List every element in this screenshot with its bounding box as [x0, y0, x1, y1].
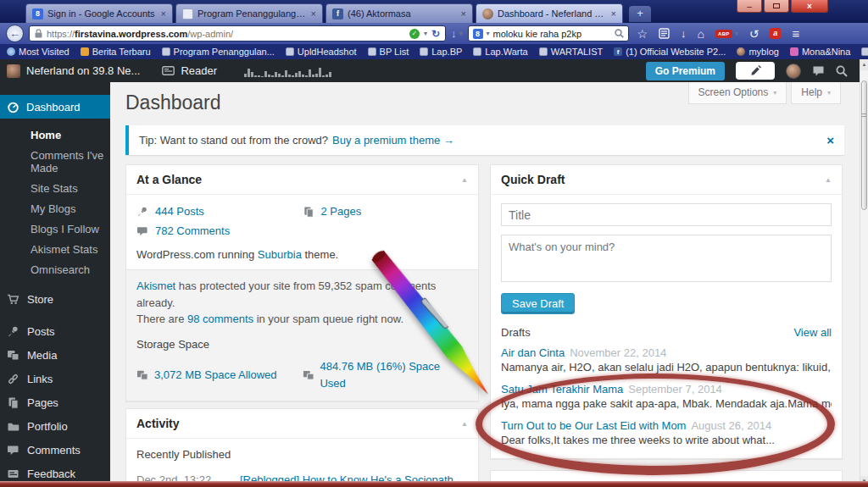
- search-icon[interactable]: [836, 65, 848, 77]
- collapse-icon[interactable]: ▲: [461, 176, 468, 184]
- sidebar-item-comments[interactable]: Comments: [0, 438, 110, 462]
- bookmark-program[interactable]: Program Penanggulan...: [162, 47, 275, 57]
- user-avatar[interactable]: [786, 64, 801, 79]
- sync-icon[interactable]: ↺: [749, 27, 760, 41]
- akismet-link[interactable]: Akismet: [136, 279, 175, 292]
- sidebar-item-my-blogs[interactable]: My Blogs: [0, 198, 110, 219]
- bookmarks-panel-icon[interactable]: [659, 28, 670, 39]
- bookmark-wartalist[interactable]: WARTALIST: [539, 47, 604, 57]
- draft-link[interactable]: Air dan Cinta: [501, 346, 565, 359]
- reload-icon[interactable]: ↻: [431, 28, 440, 40]
- sidebar-item-store[interactable]: Store: [0, 287, 110, 311]
- media-icon: [7, 349, 19, 362]
- bookmark-star-icon[interactable]: ☆: [637, 27, 648, 41]
- tab-program-penanggulangan[interactable]: Program Penanggulangan Ke... ×: [175, 3, 323, 23]
- bookmark-upldheadshot[interactable]: UpldHeadshot: [286, 47, 357, 57]
- scroll-up-icon[interactable]: ▲: [860, 59, 868, 70]
- pages-count-link[interactable]: 2 Pages: [321, 205, 362, 218]
- space-used-link[interactable]: 484.76 MB (16%) Space Used: [320, 358, 468, 391]
- sidebar-item-blogs-i-follow[interactable]: Blogs I Follow: [0, 219, 110, 239]
- my-sites-menu[interactable]: Neferland on 39.8 Ne...: [26, 64, 140, 77]
- sidebar-item-media[interactable]: Media: [0, 343, 110, 367]
- dismiss-tip-icon[interactable]: ×: [826, 133, 834, 147]
- close-button[interactable]: ×: [791, 0, 828, 13]
- go-premium-button[interactable]: Go Premium: [646, 62, 725, 80]
- sidebar-item-omnisearch[interactable]: Omnisearch: [0, 259, 110, 279]
- screen-options-button[interactable]: Screen Options ▾: [688, 82, 787, 104]
- bookmark-lap-warta[interactable]: Lap.Warta: [473, 47, 527, 57]
- bookmark-mona-nina[interactable]: Mona&Nina: [790, 47, 850, 57]
- view-all-drafts-link[interactable]: View all: [793, 326, 832, 339]
- collapse-icon[interactable]: ▲: [825, 176, 832, 184]
- scrollbar-thumb[interactable]: [861, 80, 867, 210]
- back-button[interactable]: ←: [6, 25, 24, 42]
- maximize-button[interactable]: [764, 0, 789, 13]
- sidebar-item-links[interactable]: Links: [0, 367, 110, 390]
- url-bar[interactable]: https://firstavina.wordpress.com/wp-admi…: [29, 25, 446, 42]
- tab-label: Program Penanggulangan Ke...: [198, 8, 306, 19]
- bookmark-most-visited[interactable]: Most Visited: [7, 47, 70, 57]
- tab-close-icon[interactable]: ×: [161, 9, 166, 19]
- tab-dashboard-active[interactable]: Dashboard - Neferland on ... ×: [476, 3, 623, 23]
- bookmark-myblog[interactable]: myblog: [737, 47, 778, 57]
- url-path: /wp-admin/: [187, 29, 233, 39]
- spam-queue-link[interactable]: 98 comments: [187, 313, 253, 325]
- search-icon[interactable]: [615, 29, 624, 38]
- stats-sparkline[interactable]: [244, 65, 332, 77]
- minimize-button[interactable]: –: [737, 0, 762, 13]
- bookmark-bp-list[interactable]: BP List: [368, 47, 409, 57]
- hamburger-menu-icon[interactable]: ≡: [792, 26, 799, 41]
- posts-count-link[interactable]: 444 Posts: [155, 205, 204, 218]
- dashboard-icon: [7, 101, 19, 113]
- new-post-button[interactable]: [736, 62, 775, 80]
- new-tab-button[interactable]: +: [629, 6, 651, 22]
- adblock-plus-icon: ABP: [715, 30, 732, 38]
- help-button[interactable]: Help ▾: [791, 82, 841, 104]
- sidebar-item-akismet-stats[interactable]: Akismet Stats: [0, 239, 110, 259]
- tab-close-icon[interactable]: ×: [461, 9, 466, 19]
- tab-label: Dashboard - Neferland on ...: [498, 8, 606, 19]
- theme-link[interactable]: Suburbia: [258, 248, 302, 261]
- search-bar[interactable]: 8 ▾: [468, 25, 629, 42]
- chevron-down-icon[interactable]: ▾: [487, 30, 490, 37]
- url-scheme: https://: [47, 29, 75, 39]
- avira-icon[interactable]: a: [770, 28, 781, 39]
- sidebar-item-home[interactable]: Home: [0, 125, 110, 145]
- widget-header[interactable]: Activity ▲: [126, 409, 478, 439]
- comments-count-link[interactable]: 782 Comments: [155, 224, 230, 237]
- bookmark-official-website[interactable]: f(1) Official Website P2...: [614, 47, 726, 57]
- download-helper-icon[interactable]: ↓ ▾: [451, 27, 463, 40]
- bookmark-lap-bp[interactable]: Lap.BP: [420, 47, 462, 57]
- sidebar-item-posts[interactable]: Posts: [0, 319, 110, 343]
- tab-aktormasa[interactable]: f (46) Aktormasa ×: [326, 3, 473, 23]
- widget-header[interactable]: Quick Draft ▲: [491, 165, 842, 195]
- home-icon[interactable]: ⌂: [698, 27, 704, 41]
- reader-menu[interactable]: Reader: [162, 64, 217, 77]
- bookmark-berita-terbaru[interactable]: Berita Terbaru: [81, 47, 151, 57]
- draft-title-input[interactable]: [501, 203, 832, 226]
- notifications-icon[interactable]: [812, 65, 825, 77]
- bookmark-getting-started[interactable]: Getting Started: [861, 47, 868, 57]
- widget-header[interactable]: At a Glance ▲: [126, 165, 478, 195]
- collapse-icon[interactable]: ▲: [461, 420, 468, 428]
- tab-google-signin[interactable]: 8 Sign in - Google Accounts ×: [25, 3, 173, 23]
- sidebar-item-portfolio[interactable]: Portfolio: [0, 414, 110, 438]
- site-verified-icon[interactable]: ✓: [409, 29, 420, 39]
- page-scrollbar[interactable]: ▲ ▼: [860, 59, 868, 487]
- premium-theme-link[interactable]: Buy a premium theme →: [332, 134, 454, 147]
- tab-close-icon[interactable]: ×: [311, 9, 316, 19]
- search-input[interactable]: [493, 29, 611, 39]
- sidebar-item-pages[interactable]: Pages: [0, 390, 110, 414]
- sidebar-item-dashboard[interactable]: Dashboard: [0, 95, 110, 119]
- sidebar-item-comments-ive-made[interactable]: Comments I've Made: [0, 145, 110, 178]
- save-draft-button[interactable]: Save Draft: [501, 293, 575, 314]
- downloads-icon[interactable]: ↓: [681, 27, 687, 40]
- space-allowed-link[interactable]: 3,072 MB Space Allowed: [154, 367, 277, 384]
- sidebar-item-site-stats[interactable]: Site Stats: [0, 178, 110, 198]
- chevron-down-icon[interactable]: ▾: [424, 30, 427, 37]
- tab-close-icon[interactable]: ×: [611, 9, 616, 19]
- adblock-plus-button[interactable]: ABP ▾: [715, 30, 738, 38]
- draft-content-input[interactable]: [501, 235, 832, 282]
- dashboard-submenu: Home Comments I've Made Site Stats My Bl…: [0, 119, 110, 287]
- folder-icon: [420, 47, 428, 56]
